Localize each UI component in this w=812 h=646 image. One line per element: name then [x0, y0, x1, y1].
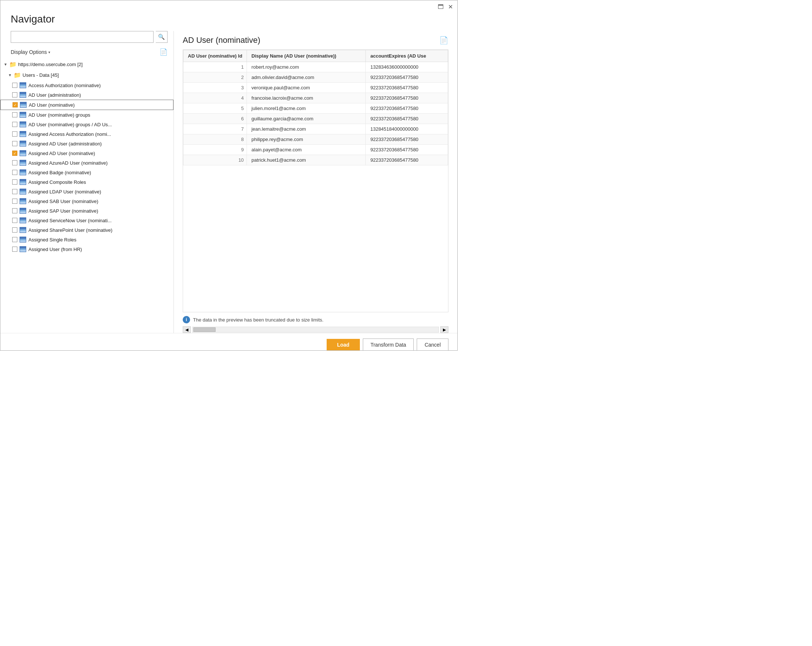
tree-item-checkbox[interactable]: ✓: [12, 102, 18, 107]
tree-item-checkbox[interactable]: [12, 83, 17, 88]
tree-item-checkbox[interactable]: [12, 92, 17, 98]
tree-item-checkbox[interactable]: [12, 228, 17, 232]
tree-list-item[interactable]: Assigned AD User (administration): [0, 139, 174, 148]
tree-list-item[interactable]: Assigned LDAP User (nominative): [0, 187, 174, 196]
tree-list-item[interactable]: AD User (nominative) groups / AD Us...: [0, 120, 174, 129]
col-header-id: AD User (nominative) Id: [183, 50, 247, 62]
scroll-right-button[interactable]: ▶: [440, 326, 449, 333]
tree-list-item[interactable]: Assigned SAB User (nominative): [0, 196, 174, 206]
table-icon: [20, 208, 26, 214]
tree-item-checkbox[interactable]: [12, 208, 17, 213]
row-email: julien.morel1@acme.com: [247, 103, 366, 114]
tree-list-item[interactable]: Assigned Single Roles: [0, 235, 174, 244]
tree-item-checkbox[interactable]: [12, 199, 17, 204]
tree-item-checkbox[interactable]: [12, 218, 17, 223]
horizontal-scrollbar[interactable]: ◀ ▶: [183, 323, 449, 333]
tree-item-label: AD User (nominative) groups: [28, 112, 90, 118]
search-button[interactable]: 🔍: [156, 31, 168, 43]
table-icon: [20, 198, 26, 204]
row-expires: 922337203685477580: [366, 145, 448, 155]
tree-list-item[interactable]: Assigned Composite Roles: [0, 177, 174, 187]
row-email: veronique.paul@acme.com: [247, 83, 366, 93]
table-icon: [20, 82, 26, 88]
root-expand-arrow: ▼: [3, 63, 8, 66]
row-number: 10: [183, 155, 247, 165]
row-email: philippe.rey@acme.com: [247, 134, 366, 145]
search-input[interactable]: [11, 31, 154, 43]
tree-item-checkbox[interactable]: [12, 122, 17, 127]
tree-item-checkbox[interactable]: [12, 189, 17, 194]
tree-item-checkbox[interactable]: [12, 237, 17, 242]
tree-item-checkbox[interactable]: [12, 247, 17, 252]
right-doc-icon[interactable]: 📄: [439, 36, 449, 45]
tree-item-checkbox[interactable]: [12, 160, 17, 165]
tree-item-label: Assigned SAP User (nominative): [28, 208, 98, 214]
tree-list-item[interactable]: AD User (nominative) groups: [0, 110, 174, 120]
tree-list-item[interactable]: Assigned SharePoint User (nominative): [0, 225, 174, 235]
cancel-button[interactable]: Cancel: [417, 339, 449, 351]
load-button[interactable]: Load: [327, 339, 360, 351]
left-panel: 🔍 Display Options ▾ 📄 ▼ 📁 https://demo.u…: [0, 31, 174, 333]
tree-item-checkbox[interactable]: [12, 179, 17, 185]
row-number: 4: [183, 93, 247, 103]
root-folder-icon: 📁: [9, 61, 17, 68]
tree-item-checkbox[interactable]: [12, 131, 17, 137]
tree-area[interactable]: ▼ 📁 https://demo.usercube.com [2] ▼ 📁 Us…: [0, 59, 174, 333]
tree-item-label: Assigned AD User (administration): [28, 141, 102, 147]
scroll-track[interactable]: [192, 327, 439, 333]
tree-item-label: Assigned SharePoint User (nominative): [28, 228, 113, 233]
row-email: jean.lemaitre@acme.com: [247, 124, 366, 134]
tree-list-item[interactable]: Assigned SAP User (nominative): [0, 206, 174, 215]
left-doc-icon[interactable]: 📄: [159, 48, 168, 56]
tree-item-checkbox[interactable]: ✓: [12, 151, 17, 156]
display-options-button[interactable]: Display Options ▾: [11, 49, 50, 55]
tree-children: Access Authorization (nominative)AD User…: [0, 81, 174, 254]
row-number: 5: [183, 103, 247, 114]
tree-list-item[interactable]: Assigned Access Authorization (nomi...: [0, 129, 174, 139]
row-email: robert.roy@acme.com: [247, 62, 366, 72]
tree-list-item[interactable]: AD User (administration): [0, 90, 174, 100]
table-header-row: AD User (nominative) Id Display Name (AD…: [183, 50, 448, 62]
tree-list-item[interactable]: Access Authorization (nominative): [0, 81, 174, 90]
table-icon: [20, 92, 26, 98]
table-icon: [20, 131, 26, 137]
table-body: 1robert.roy@acme.com1328346360000000002a…: [183, 62, 448, 165]
tree-list-item[interactable]: Assigned Badge (nominative): [0, 168, 174, 177]
info-notice: i The data in the preview has been trunc…: [183, 312, 449, 323]
table-row: 1robert.roy@acme.com132834636000000000: [183, 62, 448, 72]
row-expires: 922337203685477580: [366, 134, 448, 145]
row-expires: 922337203685477580: [366, 114, 448, 124]
tree-list-item[interactable]: Assigned User (from HR): [0, 244, 174, 254]
table-icon: [20, 141, 26, 147]
scroll-thumb[interactable]: [194, 327, 215, 332]
tree-item-checkbox[interactable]: [12, 112, 17, 118]
table-icon: [20, 112, 26, 118]
row-number: 6: [183, 114, 247, 124]
tree-list-item[interactable]: ✓Assigned AD User (nominative): [0, 148, 174, 158]
tree-list-item[interactable]: ✓AD User (nominative): [0, 100, 174, 110]
tree-item-label: Assigned ServiceNow User (nominati...: [28, 218, 111, 223]
row-expires: 922337203685477580: [366, 155, 448, 165]
tree-root-item[interactable]: ▼ 📁 https://demo.usercube.com [2]: [0, 59, 174, 70]
tree-item-label: Assigned SAB User (nominative): [28, 199, 98, 204]
data-table-wrapper[interactable]: AD User (nominative) Id Display Name (AD…: [183, 49, 449, 312]
tree-item-checkbox[interactable]: [12, 141, 17, 146]
info-icon: i: [183, 316, 190, 323]
close-button[interactable]: ✕: [448, 3, 453, 10]
table-row: 4francoise.lacroix@acme.com9223372036854…: [183, 93, 448, 103]
row-expires: 132845184000000000: [366, 124, 448, 134]
tree-section-item[interactable]: ▼ 📁 Users - Data [45]: [0, 70, 174, 81]
scroll-left-button[interactable]: ◀: [183, 326, 191, 333]
tree-list-item[interactable]: Assigned AzureAD User (nominative): [0, 158, 174, 168]
tree-list-item[interactable]: Assigned ServiceNow User (nominati...: [0, 215, 174, 225]
minimize-button[interactable]: 🗖: [438, 4, 444, 10]
right-panel-title: AD User (nominative): [183, 35, 260, 45]
display-options-arrow-icon: ▾: [48, 50, 50, 54]
right-panel: AD User (nominative) 📄 AD User (nominati…: [174, 31, 457, 333]
data-table: AD User (nominative) Id Display Name (AD…: [183, 50, 448, 165]
row-expires: 922337203685477580: [366, 83, 448, 93]
bottom-bar: Load Transform Data Cancel: [0, 333, 457, 351]
tree-item-checkbox[interactable]: [12, 170, 17, 175]
transform-button[interactable]: Transform Data: [363, 339, 414, 351]
tree-item-label: Assigned User (from HR): [28, 247, 82, 252]
